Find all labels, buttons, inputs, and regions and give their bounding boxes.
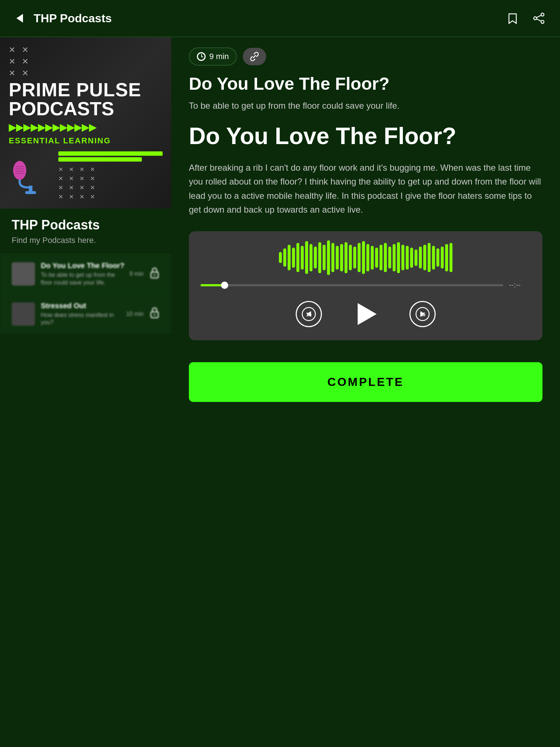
wave-bar-5	[301, 246, 304, 270]
header: THP Podcasts	[0, 0, 560, 37]
episode-duration-2: 10 min	[126, 311, 144, 317]
wave-bar-30	[410, 248, 413, 268]
wave-bar-22	[375, 248, 378, 268]
artwork-title-podcasts: PODCASTS	[9, 99, 163, 118]
forward-button[interactable]: 15	[409, 301, 436, 327]
x-grid: ✕ ✕ ✕ ✕ ✕ ✕ ✕ ✕ ✕ ✕	[58, 166, 163, 200]
right-column: 9 min Do You Love The Floor? To be able …	[171, 37, 560, 417]
list-item[interactable]: Do You Love The Floor? To be able to get…	[0, 254, 171, 294]
svg-point-1	[534, 17, 537, 20]
episode-title-2: Stressed Out	[41, 302, 123, 310]
x11: ✕	[79, 184, 84, 191]
rewind-button[interactable]: 15	[296, 301, 322, 327]
episode-title-1: Do You Love The Floor?	[41, 262, 127, 270]
wave-bar-6	[305, 241, 308, 274]
cross-row-1: ✕ ✕	[9, 46, 163, 54]
dash-bar-2	[58, 157, 142, 162]
cross-1: ✕	[9, 46, 15, 54]
episode-details-2: Stressed Out How does stress manifest in…	[41, 302, 123, 327]
duration-badge: 9 min	[189, 47, 237, 66]
x16: ✕	[90, 193, 95, 200]
back-button[interactable]	[12, 10, 28, 26]
x6: ✕	[69, 175, 74, 182]
wave-bar-35	[432, 246, 435, 270]
x15: ✕	[79, 193, 84, 200]
wave-bar-25	[388, 247, 391, 268]
link-icon	[249, 51, 260, 62]
header-title: THP Podcasts	[34, 12, 112, 25]
rewind-icon: 15	[302, 307, 316, 321]
episode-details-1: Do You Love The Floor? To be able to get…	[41, 262, 127, 287]
artwork-crosses: ✕ ✕ ✕ ✕ ✕ ✕	[9, 46, 163, 77]
play-button[interactable]	[351, 299, 380, 329]
svg-point-2	[541, 20, 544, 23]
back-chevron-icon	[16, 14, 23, 23]
duration-text: 9 min	[209, 52, 229, 61]
wave-bar-18	[358, 243, 361, 272]
svg-point-16	[154, 314, 155, 316]
cross-row-2: ✕ ✕	[9, 58, 163, 66]
wave-bar-13	[336, 246, 339, 270]
wave-bar-38	[445, 244, 448, 271]
x9: ✕	[58, 184, 63, 191]
list-item[interactable]: Stressed Out How does stress manifest in…	[0, 294, 171, 334]
x12: ✕	[90, 184, 95, 191]
x14: ✕	[69, 193, 74, 200]
wave-bar-4	[296, 243, 299, 272]
wave-bar-21	[371, 246, 374, 270]
wave-bar-29	[406, 246, 409, 270]
artwork-title-prime: PRIME PULSE	[9, 80, 163, 99]
x10: ✕	[69, 184, 74, 191]
episode-thumbnail-1	[12, 262, 35, 286]
meta-row: 9 min	[189, 47, 542, 66]
lock-icon-1	[149, 267, 160, 281]
main-content: ✕ ✕ ✕ ✕ ✕ ✕ PRIME PULSE PODCASTS ▶▶▶▶▶▶▶…	[0, 37, 560, 417]
wave-bar-2	[288, 245, 291, 270]
bookmark-button[interactable]	[503, 9, 522, 28]
forward-icon: 15	[415, 307, 430, 321]
episode-title-short: Do You Love The Floor?	[189, 74, 542, 94]
wave-bar-8	[314, 247, 317, 268]
share-icon	[532, 12, 545, 25]
episode-description: After breaking a rib I can't do any floo…	[189, 161, 542, 217]
bookmark-icon	[506, 12, 519, 25]
dash-bar-1	[58, 151, 163, 156]
podcast-artwork: ✕ ✕ ✕ ✕ ✕ ✕ PRIME PULSE PODCASTS ▶▶▶▶▶▶▶…	[0, 37, 171, 209]
podcast-name: THP Podcasts	[12, 217, 160, 233]
wave-bar-14	[340, 244, 343, 271]
x2: ✕	[69, 166, 74, 173]
left-column: ✕ ✕ ✕ ✕ ✕ ✕ PRIME PULSE PODCASTS ▶▶▶▶▶▶▶…	[0, 37, 171, 417]
wave-bar-9	[318, 242, 321, 273]
progress-row: --:--	[201, 281, 531, 289]
svg-rect-6	[29, 186, 32, 192]
svg-point-14	[154, 274, 155, 276]
cross-6: ✕	[22, 69, 28, 77]
share-button[interactable]	[529, 9, 548, 28]
progress-thumb	[221, 282, 228, 289]
cross-3: ✕	[9, 58, 15, 66]
header-left: THP Podcasts	[12, 10, 112, 26]
episode-list: Do You Love The Floor? To be able to get…	[0, 254, 171, 334]
wave-bar-1	[283, 248, 286, 267]
podcast-description: Find my Podcasts here.	[12, 236, 160, 245]
wave-bar-15	[345, 242, 347, 273]
waveform	[201, 243, 531, 272]
artwork-bottom: ✕ ✕ ✕ ✕ ✕ ✕ ✕ ✕ ✕ ✕	[9, 146, 163, 200]
wave-bar-20	[366, 244, 369, 271]
wave-bar-39	[450, 243, 452, 272]
cross-4: ✕	[22, 58, 28, 66]
x1: ✕	[58, 166, 63, 173]
episode-duration-1: 9 min	[129, 271, 144, 277]
clock-icon	[197, 52, 206, 61]
wave-bar-17	[353, 247, 356, 268]
wave-bar-23	[380, 245, 382, 270]
episode-tagline: To be able to get up from the floor coul…	[189, 100, 542, 112]
time-remaining: --:--	[509, 281, 531, 289]
complete-button[interactable]: COMPLETE	[189, 362, 542, 402]
cross-2: ✕	[22, 46, 28, 54]
microphone-icon	[9, 156, 52, 200]
wave-bar-32	[419, 247, 422, 268]
progress-track[interactable]	[201, 284, 503, 286]
audio-player: --:-- 15 15	[189, 231, 542, 340]
link-button[interactable]	[243, 48, 266, 65]
